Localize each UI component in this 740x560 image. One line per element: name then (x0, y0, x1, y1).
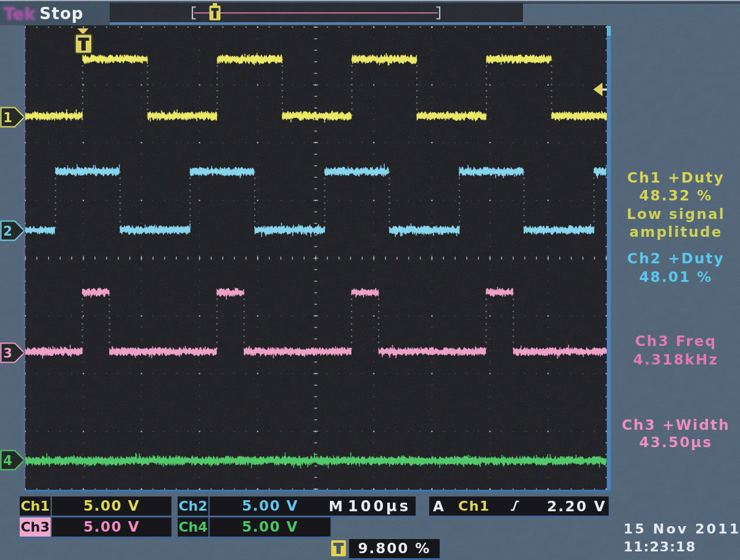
trigger-mode-label: A (433, 500, 444, 514)
trigger-source: Ch1 (458, 500, 490, 513)
measurement-line-6: Ch3 Freq (610, 333, 740, 349)
timebase-value: 100µs (348, 499, 411, 514)
horizontal-delay-readout: 9.800 % (349, 539, 440, 558)
measurement-line-8: Ch3 +Width (610, 417, 740, 433)
timebase-label: M (329, 500, 343, 514)
horizontal-delay-icon (331, 540, 347, 557)
measurement-line-9: 43.50µs (610, 434, 740, 450)
date-readout: 15 Nov 2011 (623, 522, 740, 536)
ch2-label[interactable]: Ch2 (178, 496, 208, 516)
ch3-label-selected[interactable]: Ch3 (20, 517, 51, 537)
ch1-scale-readout: 5.00 V (52, 496, 171, 516)
ch4-scale-readout: 5.00 V (210, 517, 331, 537)
time-readout: 11:23:18 (623, 540, 696, 554)
measurement-line-1: 48.32 % (610, 187, 740, 204)
ch1-label[interactable]: Ch1 (20, 496, 51, 516)
measurement-line-4: Ch2 +Duty (610, 250, 740, 266)
measurement-line-5: 48.01 % (610, 269, 740, 285)
measurement-line-0: Ch1 +Duty (610, 170, 740, 186)
trigger-level: 2.20 V (547, 500, 606, 514)
rising-edge-slope-icon (510, 499, 520, 513)
timebase-readout: M 100µs (324, 496, 416, 516)
ch2-scale-readout: 5.00 V (210, 496, 331, 516)
measurement-line-3: amplitude (610, 224, 740, 240)
acquisition-status: Stop (39, 6, 84, 22)
oscilloscope-screen: 1234 Tek Tek Stop Ch1 +Duty48.32 %Low si… (0, 0, 740, 560)
trigger-readout: A Ch1 2.20 V (429, 496, 609, 516)
measurement-line-2: Low signal (610, 206, 740, 222)
measurement-line-7: 4.318kHz (610, 352, 740, 368)
ch3-scale-readout: 5.00 V (52, 517, 171, 537)
ch4-label[interactable]: Ch4 (178, 517, 208, 537)
